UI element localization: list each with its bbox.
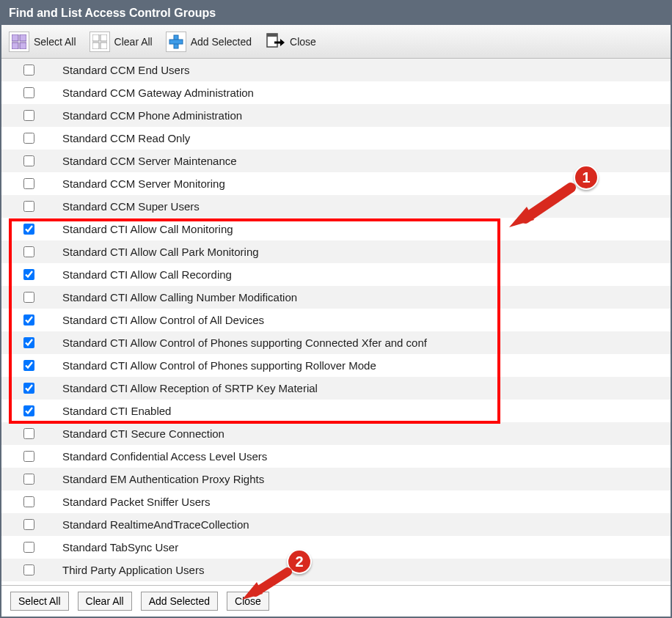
svg-rect-11 <box>267 34 277 37</box>
svg-rect-5 <box>101 34 107 41</box>
row-checkbox[interactable] <box>23 496 34 507</box>
row-checkbox[interactable] <box>23 201 34 212</box>
row-label: Standard RealtimeAndTraceCollection <box>62 518 249 531</box>
svg-rect-1 <box>20 34 26 41</box>
plus-icon <box>166 32 186 52</box>
row-label: Standard CCM Super Users <box>62 200 200 213</box>
row-label: Standard CTI Allow Control of Phones sup… <box>62 359 376 372</box>
row-checkbox[interactable] <box>23 110 34 121</box>
row-label: Standard CTI Allow Control of All Device… <box>62 314 264 326</box>
row-label: Standard Confidential Access Level Users <box>62 450 267 463</box>
list-row: Standard TabSync User <box>1 536 671 559</box>
row-checkbox[interactable] <box>23 428 34 439</box>
grid-selected-icon <box>9 32 29 52</box>
list-row: Standard CTI Allow Control of Phones sup… <box>1 354 671 377</box>
svg-rect-9 <box>169 40 183 44</box>
row-checkbox[interactable] <box>23 224 34 235</box>
list-row: Standard CCM Super Users <box>1 195 671 218</box>
row-label: Standard Packet Sniffer Users <box>62 496 211 508</box>
svg-rect-7 <box>101 43 107 49</box>
list-row: Standard Packet Sniffer Users <box>1 490 671 513</box>
row-label: Standard CCM Phone Administration <box>62 109 242 122</box>
close-icon <box>265 32 285 52</box>
list-row: Standard CCM End Users <box>1 59 671 81</box>
row-label: Standard CCM End Users <box>62 64 189 76</box>
row-label: Standard CCM Server Maintenance <box>62 155 237 167</box>
row-checkbox[interactable] <box>23 383 34 394</box>
row-checkbox[interactable] <box>23 405 34 416</box>
row-checkbox[interactable] <box>23 133 34 144</box>
toolbar: Select All Clear All Add Selected <box>1 25 671 59</box>
list-row: Standard CTI Allow Control of Phones sup… <box>1 331 671 354</box>
row-label: Standard CTI Allow Call Recording <box>62 268 232 281</box>
grid-clear-icon <box>90 32 110 52</box>
list-row: Standard CCM Server Monitoring <box>1 172 671 195</box>
footer-add-selected-button[interactable]: Add Selected <box>141 592 218 611</box>
row-checkbox[interactable] <box>23 519 34 530</box>
close-button[interactable]: Close <box>262 29 324 55</box>
row-label: Standard CTI Allow Call Monitoring <box>62 223 233 235</box>
footer-clear-all-button[interactable]: Clear All <box>78 592 132 611</box>
list-row: Standard CCM Gateway Administration <box>1 81 671 104</box>
row-label: Standard CCM Server Monitoring <box>62 177 225 190</box>
row-label: Standard CTI Secure Connection <box>62 427 224 440</box>
row-checkbox[interactable] <box>23 337 34 348</box>
row-checkbox[interactable] <box>23 314 34 325</box>
list-row: Standard CCM Server Maintenance <box>1 150 671 172</box>
list-row: Standard CTI Allow Reception of SRTP Key… <box>1 377 671 400</box>
add-selected-label: Add Selected <box>191 36 252 48</box>
select-all-label: Select All <box>34 36 76 48</box>
row-checkbox[interactable] <box>23 474 34 485</box>
list-row: Standard CTI Allow Control of All Device… <box>1 309 671 331</box>
window-titlebar: Find and List Access Control Groups <box>1 1 671 25</box>
list-row: Standard CTI Enabled <box>1 400 671 422</box>
list-row: Standard CTI Allow Call Monitoring <box>1 218 671 240</box>
row-checkbox[interactable] <box>23 542 34 553</box>
row-checkbox[interactable] <box>23 564 34 575</box>
row-label: Standard CTI Allow Calling Number Modifi… <box>62 291 297 304</box>
list-row: Standard RealtimeAndTraceCollection <box>1 513 671 536</box>
row-label: Standard EM Authentication Proxy Rights <box>62 473 264 485</box>
row-label: Standard CTI Allow Reception of SRTP Key… <box>62 382 318 394</box>
row-label: Standard CCM Gateway Administration <box>62 87 254 99</box>
select-all-button[interactable]: Select All <box>6 29 84 55</box>
row-label: Third Party Application Users <box>62 564 204 576</box>
footer-select-all-button[interactable]: Select All <box>10 592 69 611</box>
row-label: Standard CTI Enabled <box>62 405 171 417</box>
row-label: Standard CTI Allow Call Park Monitoring <box>62 246 259 258</box>
svg-rect-3 <box>20 43 26 49</box>
row-checkbox[interactable] <box>23 360 34 371</box>
clear-all-label: Clear All <box>114 36 153 48</box>
svg-rect-2 <box>12 43 18 49</box>
row-checkbox[interactable] <box>23 246 34 257</box>
list-row: Standard EM Authentication Proxy Rights <box>1 468 671 490</box>
row-checkbox[interactable] <box>23 269 34 280</box>
groups-list[interactable]: Standard CCM End UsersStandard CCM Gatew… <box>1 59 671 585</box>
svg-rect-6 <box>92 43 99 49</box>
svg-rect-0 <box>12 34 18 41</box>
row-checkbox[interactable] <box>23 292 34 303</box>
list-row: Standard Confidential Access Level Users <box>1 445 671 468</box>
row-label: Standard TabSync User <box>62 541 178 553</box>
window-title: Find and List Access Control Groups <box>9 7 216 20</box>
row-checkbox[interactable] <box>23 87 34 98</box>
list-row: Standard CTI Allow Call Park Monitoring <box>1 240 671 263</box>
row-label: Standard CTI Allow Control of Phones sup… <box>62 336 427 349</box>
list-row: Standard CTI Secure Connection <box>1 422 671 445</box>
footer-buttons: Select All Clear All Add Selected Close <box>1 585 671 617</box>
row-checkbox[interactable] <box>23 451 34 462</box>
clear-all-button[interactable]: Clear All <box>87 29 160 55</box>
list-row: Standard CCM Read Only <box>1 127 671 150</box>
row-checkbox[interactable] <box>23 178 34 189</box>
list-row: Third Party Application Users <box>1 559 671 581</box>
list-row: Standard CTI Allow Call Recording <box>1 263 671 286</box>
footer-close-button[interactable]: Close <box>227 592 269 611</box>
list-row: Standard CCM Phone Administration <box>1 104 671 127</box>
add-selected-button[interactable]: Add Selected <box>163 29 259 55</box>
row-label: Standard CCM Read Only <box>62 132 190 144</box>
list-row: Standard CTI Allow Calling Number Modifi… <box>1 286 671 309</box>
close-label: Close <box>290 36 316 48</box>
svg-rect-4 <box>92 34 99 41</box>
row-checkbox[interactable] <box>23 65 34 76</box>
row-checkbox[interactable] <box>23 155 34 166</box>
